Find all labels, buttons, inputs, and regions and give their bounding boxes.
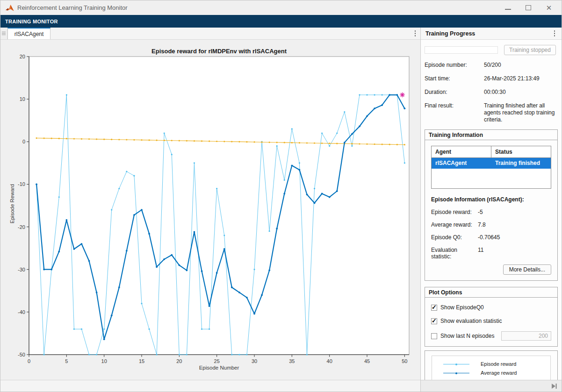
- table-header-row: Agent Status: [432, 146, 551, 157]
- maximize-button[interactable]: [525, 5, 532, 11]
- svg-text:20: 20: [176, 358, 182, 364]
- episode-reward-line-swatch: [443, 364, 469, 365]
- start-time-value: 26-Mar-2025 21:13:49: [484, 75, 558, 82]
- svg-text:-30: -30: [18, 267, 25, 272]
- duration-label: Duration:: [425, 89, 484, 96]
- svg-text:45: 45: [364, 358, 370, 364]
- svg-text:20: 20: [20, 54, 25, 59]
- svg-text:0: 0: [28, 358, 30, 364]
- legend-label: Average reward: [481, 370, 517, 376]
- document-status-bar: [0, 380, 420, 392]
- panel-status-bar: [421, 380, 562, 392]
- panel-title: Training Progress: [425, 30, 475, 37]
- document-menu-kebab-icon[interactable]: [410, 28, 420, 39]
- ribbon-bar: TRAINING MONITOR: [0, 15, 562, 28]
- show-last-n-episodes-checkbox[interactable]: [431, 333, 437, 339]
- legend-item-episode-reward: Episode reward: [432, 360, 550, 369]
- app-window: Reinforcement Learning Training Monitor …: [0, 0, 562, 392]
- final-result-value: Training finished after all agents reach…: [484, 102, 558, 123]
- chart-title: Episode reward for rlMDPEnv with rlSACAg…: [29, 48, 409, 55]
- column-header-status[interactable]: Status: [491, 146, 551, 157]
- agent-status-table[interactable]: Agent Status rlSACAgent Training finishe…: [431, 146, 551, 189]
- final-result-label: Final result:: [425, 102, 484, 123]
- column-header-agent[interactable]: Agent: [432, 146, 491, 157]
- svg-text:40: 40: [327, 358, 332, 364]
- document-tab-strip: rlSACAgent: [0, 28, 420, 40]
- plot-options-section: Plot Options Show EpisodeQ0 Show evaluat…: [425, 287, 558, 347]
- episode-number-value: 50/200: [484, 62, 558, 69]
- training-progress-bar: [425, 46, 498, 54]
- figure-canvas: Episode reward for rlMDPEnv with rlSACAg…: [0, 40, 420, 380]
- document-area: rlSACAgent Episode reward for rlMDPEnv w…: [0, 28, 420, 392]
- table-row[interactable]: rlSACAgent Training finished: [432, 157, 551, 169]
- training-information-section: Training Information Agent Status rlSACA…: [425, 129, 558, 281]
- tab-training-monitor[interactable]: TRAINING MONITOR: [5, 19, 58, 24]
- average-reward-line-swatch: [443, 373, 469, 374]
- training-information-title: Training Information: [425, 130, 557, 140]
- skip-to-end-icon[interactable]: [551, 383, 558, 389]
- average-reward-label: Average reward:: [431, 221, 478, 228]
- show-episodeq0-label: Show EpisodeQ0: [440, 304, 484, 311]
- episode-information-title: Episode Information (rlSACAgent):: [431, 196, 551, 203]
- legend-box: Episode reward Average reward Episode Q0: [425, 350, 558, 380]
- duration-value: 00:00:30: [484, 89, 558, 96]
- svg-text:-50: -50: [18, 352, 25, 357]
- close-button[interactable]: ✕: [546, 5, 552, 11]
- episode-q0-value: -0.70645: [478, 234, 500, 241]
- more-details-button[interactable]: More Details...: [503, 264, 551, 275]
- svg-text:0: 0: [22, 139, 25, 144]
- show-last-n-episodes-label: Show last N episodes: [440, 333, 494, 339]
- panel-menu-kebab-icon[interactable]: [549, 30, 560, 36]
- training-stopped-button[interactable]: Training stopped: [504, 45, 556, 55]
- agent-cell: rlSACAgent: [432, 157, 491, 169]
- legend-label: Episode reward: [481, 361, 516, 367]
- n-episodes-input[interactable]: [501, 331, 551, 341]
- svg-text:30: 30: [252, 358, 257, 364]
- minimize-button[interactable]: [504, 5, 511, 11]
- reward-chart[interactable]: 0510152025303540455020100-10-20-30-40-50: [0, 40, 420, 367]
- chart-ylabel: Episode Reward: [9, 178, 15, 229]
- status-cell: Training finished: [491, 157, 551, 169]
- show-evaluation-statistic-checkbox[interactable]: [431, 318, 437, 324]
- legend-item-average-reward: Average reward: [432, 369, 550, 378]
- training-progress-panel: Training Progress Training stopped Episo…: [420, 28, 562, 392]
- plot-options-title: Plot Options: [425, 287, 557, 298]
- episode-q0-label: Episode Q0:: [431, 234, 478, 241]
- panel-header: Training Progress: [421, 28, 562, 40]
- show-episodeq0-checkbox[interactable]: [431, 305, 437, 311]
- svg-text:-20: -20: [18, 224, 25, 230]
- tab-rlsacagent[interactable]: rlSACAgent: [7, 28, 50, 39]
- chart-xlabel: Episode Number: [29, 365, 409, 371]
- episode-number-label: Episode number:: [425, 62, 484, 69]
- svg-text:25: 25: [214, 358, 220, 364]
- panel-handle-icon[interactable]: [0, 28, 7, 39]
- svg-text:15: 15: [139, 358, 144, 364]
- episode-reward-label: Episode reward:: [431, 209, 478, 215]
- tab-label: rlSACAgent: [14, 31, 44, 37]
- evaluation-statistic-value: 11: [478, 247, 483, 260]
- svg-text:10: 10: [20, 96, 25, 102]
- window-title: Reinforcement Learning Training Monitor: [17, 4, 128, 11]
- svg-text:-10: -10: [18, 181, 25, 187]
- svg-text:50: 50: [402, 358, 407, 364]
- close-icon: ✕: [546, 5, 552, 11]
- svg-text:-40: -40: [18, 309, 25, 315]
- show-evaluation-statistic-label: Show evaluation statistic: [440, 318, 502, 324]
- svg-text:35: 35: [289, 358, 295, 364]
- start-time-label: Start time:: [425, 75, 484, 82]
- maximize-icon: [526, 5, 531, 10]
- episode-reward-value: -5: [478, 209, 483, 215]
- minimize-icon: [505, 6, 511, 10]
- average-reward-value: 7.8: [478, 221, 486, 228]
- title-bar: Reinforcement Learning Training Monitor …: [0, 0, 562, 15]
- evaluation-statistic-label: Evaluation statistic:: [431, 247, 478, 260]
- matlab-logo-icon: [5, 4, 14, 12]
- svg-text:5: 5: [65, 358, 68, 364]
- svg-text:10: 10: [101, 358, 107, 364]
